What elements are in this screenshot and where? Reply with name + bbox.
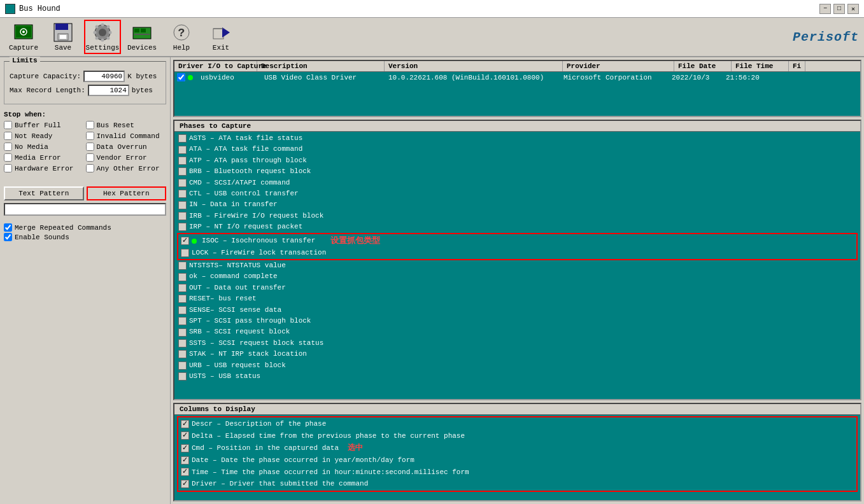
- phase-ctl-checkbox[interactable]: [178, 190, 187, 198]
- no-media-checkbox[interactable]: [4, 143, 12, 151]
- phase-asts-checkbox[interactable]: [178, 134, 187, 143]
- driver-row-checkbox[interactable]: [177, 73, 185, 81]
- phase-lock-checkbox[interactable]: [181, 249, 189, 257]
- invalid-command-label: Invalid Command: [97, 132, 160, 140]
- text-pattern-button[interactable]: Text Pattern: [4, 186, 84, 200]
- phase-isoc: ISOC – Isochronous transfer 设置抓包类型: [180, 235, 855, 248]
- col-date-checkbox[interactable]: [181, 456, 189, 465]
- maximize-button[interactable]: □: [833, 4, 845, 14]
- phase-out-checkbox[interactable]: [178, 284, 187, 292]
- phase-isoc-checkbox[interactable]: [181, 237, 189, 245]
- phase-usts-text: USTS – USB status: [189, 372, 260, 381]
- capture-capacity-label: Capture Capacity:: [10, 73, 81, 80]
- driver-status-dot: [188, 75, 193, 80]
- phases-section: Phases to Capture ASTS – ATA task file s…: [173, 120, 861, 400]
- phase-irp-checkbox[interactable]: [178, 223, 187, 231]
- phase-srb-text: SRB – SCSI request block: [189, 327, 290, 337]
- svg-point-15: [107, 37, 110, 40]
- phase-reset-checkbox[interactable]: [178, 295, 187, 303]
- phase-ssts-text: SSTS – SCSI request block status: [189, 339, 323, 348]
- phase-urb-checkbox[interactable]: [178, 361, 187, 370]
- help-button[interactable]: ? Help: [163, 20, 200, 54]
- devices-button[interactable]: Devices: [124, 20, 160, 54]
- col-annotation: 选中: [348, 442, 363, 454]
- phase-ssts-checkbox[interactable]: [178, 339, 187, 347]
- media-error-checkbox[interactable]: [4, 153, 12, 162]
- phase-stak-checkbox[interactable]: [178, 350, 187, 358]
- phase-spt-checkbox[interactable]: [178, 317, 187, 325]
- col-cmd-checkbox[interactable]: [181, 444, 189, 452]
- svg-rect-7: [60, 35, 66, 39]
- exit-button[interactable]: Exit: [202, 20, 239, 54]
- settings-button[interactable]: Settings: [84, 20, 121, 54]
- data-overrun-checkbox[interactable]: [86, 143, 94, 151]
- th-filedate: File Date: [674, 61, 732, 71]
- col-time-checkbox[interactable]: [181, 468, 189, 476]
- phase-ok-checkbox[interactable]: [178, 273, 187, 281]
- col-delta-checkbox[interactable]: [181, 431, 189, 440]
- not-ready-checkbox[interactable]: [4, 132, 12, 140]
- phase-brb-checkbox[interactable]: [178, 167, 187, 176]
- capture-capacity-input[interactable]: [83, 71, 125, 82]
- th-fi: Fi: [789, 61, 805, 71]
- th-filetime: File Time: [732, 61, 789, 71]
- svg-point-10: [101, 24, 104, 27]
- phase-usts-checkbox[interactable]: [178, 372, 187, 381]
- title-bar: Bus Hound − □ ✕: [0, 0, 864, 18]
- col-time: Time – Time the phase occurred in hour:m…: [180, 466, 855, 479]
- hardware-error-checkbox[interactable]: [4, 164, 12, 172]
- col-delta: Delta – Elapsed time from the previous p…: [180, 430, 855, 442]
- hex-pattern-button[interactable]: Hex Pattern: [87, 186, 167, 200]
- close-button[interactable]: ✕: [847, 4, 859, 14]
- phase-cmd-checkbox[interactable]: [178, 179, 187, 187]
- phase-reset-text: RESET– bus reset: [189, 294, 257, 304]
- max-record-length-input[interactable]: [88, 85, 129, 96]
- vendor-error-checkbox[interactable]: [86, 153, 94, 162]
- phases-title: Phases to Capture: [174, 121, 860, 132]
- phase-irp-text: IRP – NT I/O request packet: [189, 222, 302, 232]
- minimize-button[interactable]: −: [819, 4, 831, 14]
- col-driver-checkbox[interactable]: [181, 480, 189, 488]
- phase-sense-checkbox[interactable]: [178, 306, 187, 314]
- phase-spt: SPT – SCSI pass through block: [177, 316, 858, 326]
- phase-atp-checkbox[interactable]: [178, 157, 187, 165]
- col-date-text: Date – Date the phase occurred in year/m…: [192, 455, 414, 466]
- devices-label: Devices: [127, 44, 157, 52]
- pattern-input[interactable]: [4, 203, 166, 216]
- svg-point-9: [99, 29, 106, 36]
- phase-atp-text: ATP – ATA pass through block: [189, 156, 307, 165]
- phase-srb-checkbox[interactable]: [178, 328, 187, 337]
- settings-label: Settings: [86, 44, 120, 52]
- phase-in-checkbox[interactable]: [178, 201, 187, 209]
- phase-irb-checkbox[interactable]: [178, 212, 187, 220]
- col-cmd: Cmd – Position in the captured data 选中: [180, 442, 855, 454]
- enable-sounds-label: Enable Sounds: [15, 234, 69, 241]
- save-label: Save: [55, 44, 71, 52]
- no-media-label: No Media: [15, 143, 48, 151]
- phase-asts-text: ASTS – ATA task file status: [189, 134, 302, 143]
- svg-point-16: [107, 25, 110, 29]
- col-descr-checkbox[interactable]: [181, 420, 189, 428]
- save-button[interactable]: Save: [45, 20, 81, 54]
- phase-ntstatus-checkbox[interactable]: [178, 262, 187, 270]
- stop-when-section: Stop when: Buffer Full Bus Reset Not Rea…: [4, 108, 166, 176]
- phase-urb-text: URB – USB request block: [189, 361, 286, 370]
- invalid-command-checkbox[interactable]: [86, 132, 94, 140]
- svg-point-12: [94, 31, 97, 34]
- th-description: Description: [257, 61, 385, 71]
- phase-isoc-text: ISOC – Isochronous transfer: [202, 236, 315, 246]
- columns-section: Columns to Display Descr – Description o…: [173, 403, 861, 501]
- enable-sounds-checkbox[interactable]: [4, 233, 12, 241]
- bus-reset-checkbox[interactable]: [86, 121, 94, 129]
- merge-repeated-checkbox[interactable]: [4, 223, 12, 232]
- driver-version-cell: 10.0.22621.608 (WinBuild.160101.0800): [385, 74, 560, 81]
- merge-repeated-label: Merge Repeated Commands: [15, 224, 111, 232]
- any-other-error-checkbox[interactable]: [86, 164, 94, 172]
- phase-ata-checkbox[interactable]: [178, 146, 187, 154]
- svg-point-11: [101, 39, 104, 42]
- table-row[interactable]: usbvideo USB Video Class Driver 10.0.226…: [174, 72, 860, 83]
- left-panel: Limits Capture Capacity: K bytes Max Rec…: [0, 57, 171, 504]
- buffer-full-checkbox[interactable]: [4, 121, 12, 129]
- phase-cmd-text: CMD – SCSI/ATAPI command: [189, 178, 290, 188]
- capture-button[interactable]: Capture: [5, 20, 42, 54]
